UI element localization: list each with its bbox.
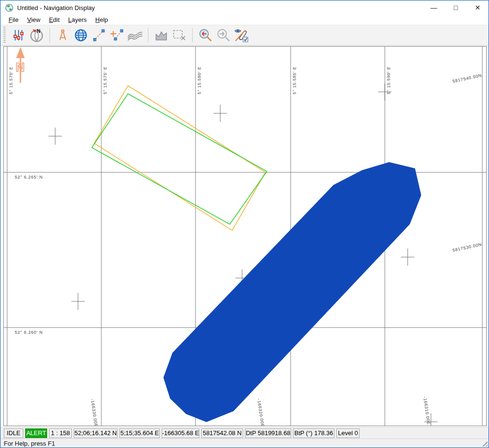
menu-item[interactable]: Edit	[45, 15, 64, 24]
globe-projection-button[interactable]	[73, 27, 89, 43]
toolbar: N	[0, 25, 489, 46]
globe-icon	[74, 28, 88, 42]
contour-lines-button[interactable]	[127, 27, 143, 43]
measure-line-icon	[92, 29, 106, 42]
lon-grid-label: 5° 15.590' E	[386, 67, 391, 94]
status-cell: 1 : 158	[49, 428, 72, 438]
compass-icon: N	[29, 28, 44, 43]
clear-selection-icon	[172, 28, 187, 42]
zoom-previous-icon	[198, 28, 213, 42]
lon-grid-label: 5° 15.570' E	[9, 67, 13, 94]
resize-grip[interactable]	[481, 440, 488, 447]
northing-label: 5817530.00N	[452, 242, 482, 253]
clear-selection-button[interactable]	[171, 27, 187, 43]
easting-label: -166330.00E	[90, 398, 98, 426]
measure-line-button[interactable]	[91, 27, 107, 43]
easting-label: -166320.00E	[256, 398, 265, 426]
lat-grid-label: 52° 6.260' N	[15, 330, 43, 335]
app-globe-icon	[5, 4, 13, 12]
lon-grid-label: 5° 15.575' E	[103, 67, 108, 94]
maximize-button[interactable]: □	[445, 0, 467, 15]
add-point-button[interactable]	[109, 27, 125, 43]
northing-label: 5817540.00N	[452, 73, 482, 84]
lon-grid-label: 5° 15.580' E	[197, 67, 202, 94]
window-title: Untitled - Navigation Display	[17, 4, 95, 11]
drafting-compass-button[interactable]	[55, 27, 71, 43]
toolbar-separator	[192, 28, 193, 42]
app-window: Untitled - Navigation Display — □ ✕ File…	[0, 0, 489, 448]
vessel-footprint[interactable]	[164, 162, 421, 422]
close-button[interactable]: ✕	[467, 0, 489, 15]
toolbar-separator	[148, 28, 148, 42]
survey-outline-orange[interactable]	[94, 86, 265, 230]
map-view[interactable]: 5° 15.570' E5° 15.575' E5° 15.580' E5° 1…	[3, 46, 487, 426]
add-point-icon	[110, 28, 124, 42]
menu-item[interactable]: View	[23, 15, 45, 24]
toolbar-separator	[49, 28, 50, 42]
menu-item[interactable]: Layers	[64, 15, 91, 24]
display-filters-button[interactable]	[10, 27, 27, 43]
status-cell: BtP (°) 178.36	[293, 428, 334, 438]
status-cell: ALERT	[25, 428, 47, 438]
drafting-compass-icon	[56, 29, 69, 42]
minimize-button[interactable]: —	[423, 0, 445, 15]
profile-chart-button[interactable]	[153, 27, 169, 43]
sliders-icon	[12, 29, 25, 42]
menu-item[interactable]: File	[4, 15, 23, 24]
status-cell: Level 0	[336, 428, 360, 438]
title-bar: Untitled - Navigation Display — □ ✕	[0, 0, 489, 15]
lon-grid-label: 5° 15.585' E	[292, 67, 297, 94]
status-cell: -166305.68 E	[162, 428, 199, 438]
display-options-icon	[234, 28, 250, 43]
svg-text:N: N	[37, 29, 40, 34]
status-cell: DtP 5819918.68	[245, 428, 291, 438]
help-bar: For Help, press F1	[0, 438, 489, 448]
zoom-next-button[interactable]	[215, 27, 232, 43]
status-cell: IDLE	[4, 428, 23, 438]
toolbar-grip-handle[interactable]	[3, 27, 6, 44]
compass-north-button[interactable]: N	[29, 27, 45, 43]
zoom-next-icon	[216, 28, 231, 42]
status-cell: 5;15;35.604 E	[119, 428, 160, 438]
profile-chart-icon	[154, 28, 168, 42]
easting-label: -166310.00E	[422, 396, 431, 425]
map-canvas[interactable]: 5° 15.570' E5° 15.575' E5° 15.580' E5° 1…	[4, 47, 486, 426]
survey-outline-green[interactable]	[92, 94, 267, 224]
status-cell: 52;06;16.142 N	[74, 428, 117, 438]
help-message: For Help, press F1	[0, 440, 55, 447]
status-bar: IDLEALERT1 : 15852;06;16.142 N5;15;35.60…	[0, 427, 489, 438]
menu-item[interactable]: Help	[91, 15, 112, 24]
menu-bar: FileViewEditLayersHelp	[0, 15, 489, 25]
lat-grid-label: 52° 6.265' N	[15, 175, 43, 179]
north-arrow-label: N	[16, 60, 25, 74]
zoom-previous-button[interactable]	[197, 27, 214, 43]
contour-lines-icon	[127, 29, 143, 42]
status-cell: 5817542.08 N	[201, 428, 243, 438]
display-options-button[interactable]	[234, 27, 250, 43]
